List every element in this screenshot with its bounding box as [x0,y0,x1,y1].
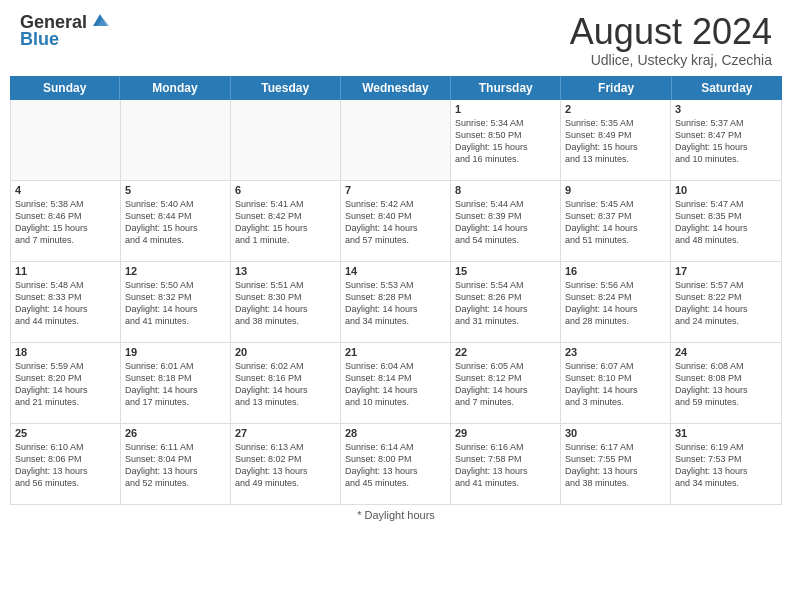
cell-line: and 41 minutes. [455,477,556,489]
cell-line: Sunrise: 5:35 AM [565,117,666,129]
cell-line: Sunset: 8:00 PM [345,453,446,465]
cal-cell [11,100,121,180]
cell-line: Sunset: 8:24 PM [565,291,666,303]
cell-line: Sunrise: 6:05 AM [455,360,556,372]
cell-line: and 13 minutes. [235,396,336,408]
cell-line: and 7 minutes. [455,396,556,408]
logo-icon [89,10,111,32]
cell-line: Daylight: 13 hours [675,384,777,396]
cell-line: Daylight: 14 hours [15,303,116,315]
cell-line: Sunrise: 5:34 AM [455,117,556,129]
cell-line: Sunrise: 5:56 AM [565,279,666,291]
cell-line: Sunset: 8:42 PM [235,210,336,222]
cal-cell: 13Sunrise: 5:51 AMSunset: 8:30 PMDayligh… [231,262,341,342]
cell-line: Sunset: 8:10 PM [565,372,666,384]
cell-line: Sunrise: 5:48 AM [15,279,116,291]
cell-line: Sunrise: 5:41 AM [235,198,336,210]
cell-line: Sunset: 7:55 PM [565,453,666,465]
cell-line: Sunrise: 6:14 AM [345,441,446,453]
cell-line: Sunset: 8:14 PM [345,372,446,384]
cell-line: and 48 minutes. [675,234,777,246]
day-number: 4 [15,184,116,196]
day-number: 24 [675,346,777,358]
cell-line: Sunrise: 6:04 AM [345,360,446,372]
day-number: 20 [235,346,336,358]
month-year-title: August 2024 [570,12,772,52]
cal-cell: 20Sunrise: 6:02 AMSunset: 8:16 PMDayligh… [231,343,341,423]
cell-line: Sunset: 8:18 PM [125,372,226,384]
cell-line: Daylight: 14 hours [125,384,226,396]
cal-cell: 11Sunrise: 5:48 AMSunset: 8:33 PMDayligh… [11,262,121,342]
cell-line: and 31 minutes. [455,315,556,327]
day-number: 15 [455,265,556,277]
cell-line: Daylight: 14 hours [565,303,666,315]
cell-line: Daylight: 14 hours [455,303,556,315]
cell-line: Sunset: 8:22 PM [675,291,777,303]
day-number: 26 [125,427,226,439]
week-row-2: 4Sunrise: 5:38 AMSunset: 8:46 PMDaylight… [11,181,781,262]
cal-cell [231,100,341,180]
cell-line: Daylight: 15 hours [565,141,666,153]
day-number: 3 [675,103,777,115]
cal-cell [341,100,451,180]
cal-cell: 21Sunrise: 6:04 AMSunset: 8:14 PMDayligh… [341,343,451,423]
cell-line: and 59 minutes. [675,396,777,408]
cell-line: Sunset: 8:39 PM [455,210,556,222]
cal-cell: 31Sunrise: 6:19 AMSunset: 7:53 PMDayligh… [671,424,781,504]
cell-line: and 10 minutes. [675,153,777,165]
cell-line: Daylight: 13 hours [345,465,446,477]
cell-line: Sunrise: 5:40 AM [125,198,226,210]
cell-line: Sunrise: 5:45 AM [565,198,666,210]
cell-line: Sunrise: 6:08 AM [675,360,777,372]
cell-line: and 21 minutes. [15,396,116,408]
cell-line: Sunset: 8:33 PM [15,291,116,303]
cal-cell: 17Sunrise: 5:57 AMSunset: 8:22 PMDayligh… [671,262,781,342]
cell-line: Sunrise: 5:42 AM [345,198,446,210]
cell-line: and 24 minutes. [675,315,777,327]
cell-line: Sunrise: 6:17 AM [565,441,666,453]
day-number: 11 [15,265,116,277]
day-number: 5 [125,184,226,196]
header: General Blue August 2024 Udlice, Ustecky… [0,0,792,76]
day-number: 1 [455,103,556,115]
cal-cell: 5Sunrise: 5:40 AMSunset: 8:44 PMDaylight… [121,181,231,261]
cell-line: Sunrise: 6:10 AM [15,441,116,453]
cal-cell: 8Sunrise: 5:44 AMSunset: 8:39 PMDaylight… [451,181,561,261]
cell-line: Daylight: 13 hours [125,465,226,477]
cal-cell: 18Sunrise: 5:59 AMSunset: 8:20 PMDayligh… [11,343,121,423]
cell-line: and 7 minutes. [15,234,116,246]
logo-blue-text: Blue [20,29,59,50]
cell-line: and 34 minutes. [675,477,777,489]
cell-line: Sunrise: 5:44 AM [455,198,556,210]
cell-line: Sunset: 8:20 PM [15,372,116,384]
cell-line: Daylight: 14 hours [565,222,666,234]
logo: General Blue [20,12,111,50]
day-number: 29 [455,427,556,439]
day-number: 12 [125,265,226,277]
cell-line: Sunset: 8:35 PM [675,210,777,222]
cell-line: Sunset: 8:30 PM [235,291,336,303]
cal-cell: 23Sunrise: 6:07 AMSunset: 8:10 PMDayligh… [561,343,671,423]
cal-cell: 6Sunrise: 5:41 AMSunset: 8:42 PMDaylight… [231,181,341,261]
cell-line: and 49 minutes. [235,477,336,489]
cell-line: Daylight: 14 hours [565,384,666,396]
cell-line: Sunrise: 6:19 AM [675,441,777,453]
cal-cell: 12Sunrise: 5:50 AMSunset: 8:32 PMDayligh… [121,262,231,342]
cell-line: and 10 minutes. [345,396,446,408]
cell-line: Sunrise: 5:59 AM [15,360,116,372]
cal-cell: 28Sunrise: 6:14 AMSunset: 8:00 PMDayligh… [341,424,451,504]
cell-line: and 38 minutes. [565,477,666,489]
day-number: 27 [235,427,336,439]
cal-cell: 3Sunrise: 5:37 AMSunset: 8:47 PMDaylight… [671,100,781,180]
cell-line: and 4 minutes. [125,234,226,246]
cal-cell: 4Sunrise: 5:38 AMSunset: 8:46 PMDaylight… [11,181,121,261]
cal-cell: 29Sunrise: 6:16 AMSunset: 7:58 PMDayligh… [451,424,561,504]
cell-line: Daylight: 15 hours [675,141,777,153]
cell-line: and 3 minutes. [565,396,666,408]
cell-line: Daylight: 13 hours [15,465,116,477]
cell-line: Sunset: 7:58 PM [455,453,556,465]
cell-line: Sunset: 8:08 PM [675,372,777,384]
cell-line: and 56 minutes. [15,477,116,489]
day-number: 19 [125,346,226,358]
cell-line: Sunset: 8:40 PM [345,210,446,222]
